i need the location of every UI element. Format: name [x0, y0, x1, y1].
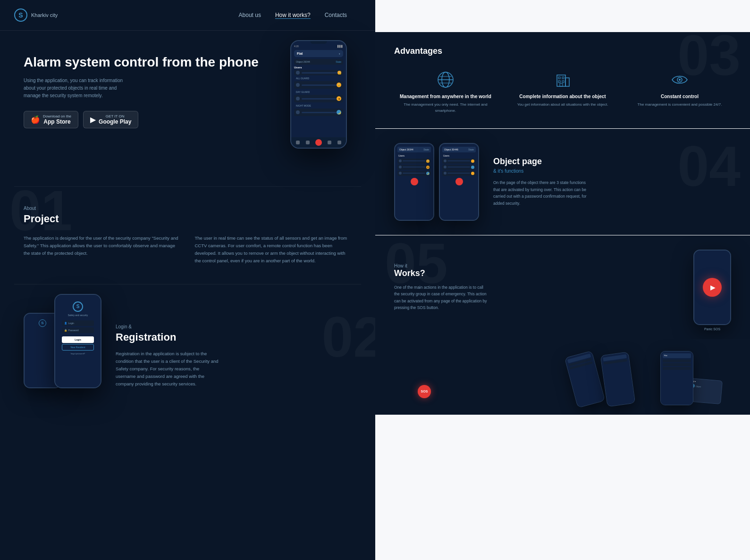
hero-phone-mockup: 4:20 ▋▋▋ Flat ▾ Object 29344 State [290, 40, 352, 149]
obj-sos-btn-2 [455, 178, 463, 185]
svg-rect-8 [562, 77, 564, 79]
night-mode-row: 🌙 [294, 109, 343, 116]
reg-content: Login & Registration Registration in the… [116, 324, 352, 388]
registration-section: 02 S S Safety and security 👤 [0, 284, 375, 407]
phone-bottom-bar [291, 137, 346, 148]
logo: S Kharkiv city [14, 8, 58, 22]
left-column: S Kharkiv city About us How it works? Co… [0, 0, 375, 560]
phone-frame: 4:20 ▋▋▋ Flat ▾ Object 29344 State [290, 40, 347, 149]
cluster-phone-3: Flat [660, 351, 693, 405]
login-field-text: Login [68, 322, 74, 325]
google-play-button[interactable]: ▶ GET IT ON Google Play [83, 111, 138, 128]
sos-button[interactable] [315, 139, 322, 146]
adv-card-3-title: Constant control [628, 94, 731, 99]
reg-new-resident-button[interactable]: New Resident [62, 344, 94, 351]
svg-rect-7 [558, 77, 560, 79]
adv-card-2-title: Complete information about the object [511, 94, 614, 99]
adv-card-3-desc: The management is convenient and possibl… [628, 102, 731, 108]
app-store-button[interactable]: 🍎 Download on the App Store [24, 111, 78, 128]
svg-point-13 [679, 79, 681, 81]
works-phone-label: Panic SOS [693, 327, 731, 331]
phone-header: Flat ▾ [294, 50, 343, 57]
status-bar: 4:20 ▋▋▋ [294, 45, 343, 48]
small-logo: S [39, 319, 46, 327]
day-guard-row: ☀ [294, 95, 343, 102]
right-column: 03 Advantages Management from anywhere i… [375, 0, 750, 560]
object-section: 04 Object 29344 State Users 🔒 [375, 129, 750, 235]
obj-content: Object page & it's functions On the page… [493, 157, 731, 207]
app-store-name: App Store [43, 118, 71, 125]
works-content: How it Works? One of the main actions in… [394, 263, 679, 311]
lock-field-icon: 🔒 [64, 329, 67, 332]
phone-user-row: 🔒 [294, 70, 343, 75]
user-field-icon: 👤 [64, 322, 67, 325]
svg-rect-9 [558, 81, 560, 83]
all-guard-row: 🔒 [294, 81, 343, 89]
page-wrapper: S Kharkiv city About us How it works? Co… [0, 0, 750, 560]
reg-login-button[interactable]: Login [62, 336, 94, 343]
hero-description: Using the application, you can track inf… [24, 77, 127, 100]
password-field-text: Password [68, 329, 79, 332]
nav-how-it-works[interactable]: How it works? [275, 12, 311, 19]
phone-object-row: Object 29344 State [294, 59, 343, 65]
obj-description: On the page of the object there are 3 st… [493, 179, 588, 207]
obj-title: Object page [493, 157, 731, 167]
works-phone: ▶ [693, 250, 731, 325]
app-store-text: Download on the App Store [43, 114, 71, 125]
obj-phone-2: Object 30446 State Users [439, 143, 479, 221]
about-text-1: The application is designed for the user… [24, 234, 181, 257]
navigation: S Kharkiv city About us How it works? Co… [0, 0, 375, 31]
cluster-screen-2 [601, 352, 635, 406]
cluster-phone-1 [565, 351, 605, 408]
brand-name: Kharkiv city [31, 12, 58, 18]
globe-icon [436, 70, 455, 89]
adv-card-2-desc: You get information about all situations… [511, 102, 614, 108]
works-description: One of the main actions in the applicati… [394, 284, 489, 311]
adv-card-1-title: Management from anywhere in the world [394, 94, 497, 99]
google-play-name: Google Play [99, 118, 131, 125]
nav-about[interactable]: About us [239, 12, 261, 19]
google-play-icon: ▶ [90, 115, 96, 124]
svg-rect-6 [565, 78, 569, 86]
sos-big-button[interactable]: ▶ [703, 278, 722, 297]
svg-rect-10 [562, 81, 564, 83]
advantages-section: 03 Advantages Management from anywhere i… [375, 32, 750, 128]
phone-screen: 4:20 ▋▋▋ Flat ▾ Object 29344 State [291, 41, 346, 148]
bottom-section: Flat ▾ Object Flat [375, 339, 750, 415]
phone-notch [311, 41, 327, 44]
nav-contacts[interactable]: Contacts [325, 12, 347, 19]
about-title: Project [24, 213, 352, 225]
logo-icon: S [14, 8, 27, 22]
hero-section: S Kharkiv city About us How it works? Co… [0, 0, 375, 186]
hero-title: Alarm system control from the phone [24, 54, 290, 70]
cluster-sos-overlay[interactable]: SOS [418, 385, 431, 398]
google-play-text: GET IT ON Google Play [99, 114, 131, 125]
reg-app-title: Safety and security [68, 314, 88, 317]
night-mode-label: NIGHT MODE [294, 103, 343, 108]
cluster-phone-2 [600, 351, 636, 407]
about-section: 01 About Project The application is desi… [0, 187, 375, 284]
eye-icon [670, 70, 689, 89]
about-col-2: The user in real time can see the status… [195, 234, 352, 265]
adv-card-1: Management from anywhere in the world Th… [394, 70, 497, 114]
reg-phone-main: S Safety and security 👤 Login 🔒 Password… [54, 294, 101, 388]
reg-forgot-link[interactable]: forgot password? [71, 352, 85, 355]
phone-users-title: Users [294, 66, 343, 69]
reg-phone-main-screen: S Safety and security 👤 Login 🔒 Password… [55, 295, 101, 387]
adv-card-1-desc: The management you only need. The intern… [394, 102, 497, 114]
home-icon [296, 141, 300, 144]
all-guard-label: ALL GUARD [294, 76, 343, 81]
works-phone-wrap: ▶ Panic SOS [693, 250, 731, 325]
day-guard-icon: ☀ [337, 96, 341, 101]
adv-card-3: Constant control The management is conve… [628, 70, 731, 114]
all-guard-icon: 🔒 [337, 83, 341, 87]
bell-icon [306, 141, 310, 144]
about-text-2: The user in real time can see the status… [195, 234, 352, 265]
works-label: How it [394, 263, 679, 268]
obj-phones: Object 29344 State Users 🔒 ☀ [394, 143, 479, 221]
obj-phone-1: Object 29344 State Users 🔒 ☀ [394, 143, 434, 221]
advantages-cards: Management from anywhere in the world Th… [394, 70, 731, 114]
obj-phone-1-screen: Object 29344 State Users 🔒 ☀ [395, 144, 433, 220]
nav-links: About us How it works? Contacts [239, 12, 347, 19]
day-guard-label: DAY GUARD [294, 90, 343, 94]
